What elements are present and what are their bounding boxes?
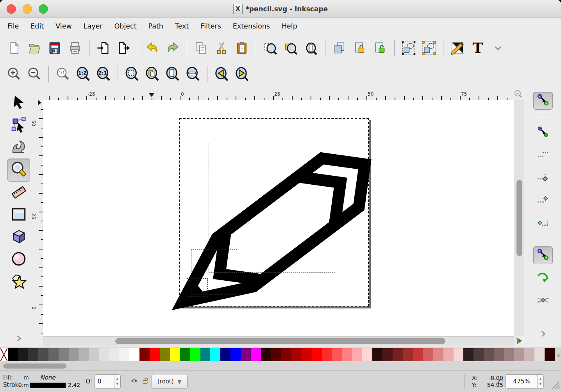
toolbar-overflow-button[interactable]: [488, 38, 508, 58]
zoom-to-page-button[interactable]: [163, 64, 183, 84]
layer-lock-toggle[interactable]: [142, 377, 149, 386]
palette-swatch[interactable]: [150, 348, 160, 361]
palette-swatch[interactable]: [48, 348, 59, 361]
palette-swatch[interactable]: [99, 348, 109, 361]
snap-bbox-button[interactable]: [534, 124, 552, 141]
menu-edit[interactable]: Edit: [25, 20, 50, 32]
document-new-button[interactable]: [4, 38, 24, 58]
horizontal-ruler[interactable]: -250255075: [43, 91, 515, 101]
zoom-1-1-button[interactable]: 1:1: [53, 64, 73, 84]
export-button[interactable]: [114, 38, 134, 58]
menu-path[interactable]: Path: [143, 20, 169, 32]
menu-object[interactable]: Object: [109, 20, 143, 32]
palette-swatch[interactable]: [261, 348, 271, 361]
tool-zoom[interactable]: [7, 159, 30, 182]
palette-swatch[interactable]: [454, 348, 464, 361]
palette-swatch[interactable]: [362, 348, 372, 361]
palette-scroll-left-icon[interactable]: ‹: [557, 350, 560, 360]
palette-swatch[interactable]: [382, 348, 393, 361]
palette-swatch[interactable]: [372, 348, 382, 361]
palette-swatch[interactable]: [514, 348, 524, 361]
palette-swatch[interactable]: [230, 348, 241, 361]
zoom-out-button[interactable]: [24, 64, 45, 84]
palette-swatch[interactable]: [59, 348, 69, 361]
zoom-page-width-button[interactable]: [183, 64, 203, 84]
menu-filters[interactable]: Filters: [195, 20, 227, 32]
menu-layer[interactable]: Layer: [78, 20, 109, 32]
tool-3dbox[interactable]: [8, 226, 30, 248]
palette-swatch[interactable]: [38, 348, 48, 361]
opacity-up-icon[interactable]: ▲: [114, 376, 120, 381]
canvas[interactable]: [43, 100, 515, 336]
snap-nodes-button[interactable]: [533, 246, 553, 264]
zoom-1-2-button[interactable]: 1:2: [73, 64, 93, 84]
palette-swatch[interactable]: [484, 348, 494, 361]
palette-swatch[interactable]: [210, 348, 220, 361]
zoom-drawing-button[interactable]: [280, 38, 301, 58]
tool-tweak[interactable]: [8, 136, 30, 159]
fill-stroke-dialog-button[interactable]: [447, 38, 468, 58]
zoom-2-1-button[interactable]: 2:1: [93, 64, 114, 84]
undo-button[interactable]: [142, 38, 163, 58]
palette-swatch[interactable]: [69, 348, 79, 361]
palette-swatch[interactable]: [545, 348, 555, 361]
palette-swatch[interactable]: [89, 348, 99, 361]
palette-swatch[interactable]: [413, 348, 423, 361]
zoom-spinner[interactable]: 475% ▲▼: [506, 374, 544, 388]
palette-swatch[interactable]: [443, 348, 454, 361]
opacity-spinner[interactable]: 0 ▲▼: [94, 374, 121, 388]
zoom-to-selection-button[interactable]: [122, 64, 142, 84]
opacity-down-icon[interactable]: ▼: [114, 381, 120, 387]
menu-help[interactable]: Help: [276, 20, 303, 32]
tool-rectangle[interactable]: [8, 204, 30, 226]
palette-swatch[interactable]: [170, 348, 180, 361]
menu-text[interactable]: Text: [169, 20, 195, 32]
snap-bbox-centers-button[interactable]: [534, 215, 552, 232]
zoom-up-icon[interactable]: ▲: [538, 376, 543, 381]
paste-button[interactable]: [232, 38, 252, 58]
document-open-button[interactable]: [24, 38, 45, 58]
horizontal-scrollbar-thumb[interactable]: [115, 338, 445, 344]
tool-node-editor[interactable]: [8, 114, 30, 136]
menu-extensions[interactable]: Extensions: [227, 20, 276, 32]
tool-ellipse[interactable]: [8, 248, 30, 271]
palette-swatch[interactable]: [393, 348, 403, 361]
palette-swatch[interactable]: [494, 348, 504, 361]
palette-swatch[interactable]: [18, 348, 28, 361]
color-managed-mode-toggle[interactable]: [515, 336, 524, 346]
palette-swatch[interactable]: [281, 348, 291, 361]
tool-star[interactable]: [8, 271, 30, 293]
palette-swatch[interactable]: [291, 348, 302, 361]
ungroup-button[interactable]: [419, 38, 439, 58]
palette-swatch[interactable]: [220, 348, 230, 361]
palette-scrollbar-thumb[interactable]: [3, 363, 66, 369]
zoom-selection-button[interactable]: [260, 38, 280, 58]
snap-edge-midpoints-button[interactable]: [534, 192, 552, 209]
palette-swatch[interactable]: [200, 348, 211, 361]
palette-swatch-none[interactable]: [0, 348, 8, 361]
palette-swatch[interactable]: [504, 348, 514, 361]
palette-swatch[interactable]: [302, 348, 312, 361]
redo-button[interactable]: [163, 38, 183, 58]
palette-swatch[interactable]: [180, 348, 190, 361]
snap-paths-button[interactable]: [534, 270, 552, 287]
menu-file[interactable]: File: [2, 20, 25, 32]
palette-swatch[interactable]: [251, 348, 261, 361]
minimize-button[interactable]: [23, 4, 32, 14]
cut-button[interactable]: [211, 38, 232, 58]
zoom-in-button[interactable]: [4, 64, 24, 84]
ruler-corner-zoom-button[interactable]: [514, 89, 524, 100]
vertical-scrollbar[interactable]: [515, 100, 524, 336]
palette-swatch[interactable]: [322, 348, 332, 361]
palette-swatch[interactable]: [524, 348, 534, 361]
horizontal-scrollbar[interactable]: [43, 336, 515, 346]
tool-selector[interactable]: [8, 92, 30, 114]
palette-swatch[interactable]: [423, 348, 433, 361]
fill-value[interactable]: None: [30, 374, 66, 381]
vertical-scrollbar-thumb[interactable]: [516, 180, 522, 256]
palette-swatch[interactable]: [139, 348, 150, 361]
palette-swatch[interactable]: [119, 348, 129, 361]
zoom-previous-button[interactable]: [211, 64, 232, 84]
palette-swatch[interactable]: [312, 348, 322, 361]
duplicate-button[interactable]: [329, 38, 350, 58]
